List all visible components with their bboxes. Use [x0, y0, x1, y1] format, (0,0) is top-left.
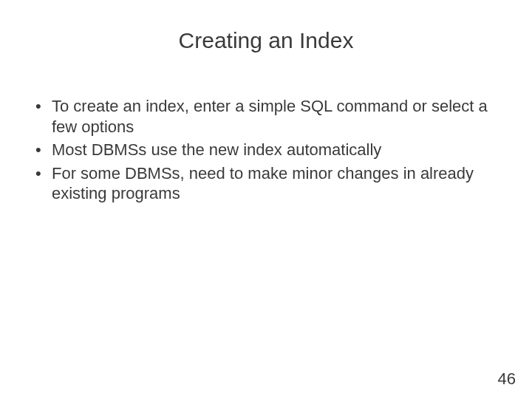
list-item: To create an index, enter a simple SQL c…: [28, 96, 502, 137]
bullet-list: To create an index, enter a simple SQL c…: [28, 96, 502, 204]
list-item: For some DBMSs, need to make minor chang…: [28, 163, 502, 204]
slide: Creating an Index To create an index, en…: [0, 0, 532, 399]
list-item: Most DBMSs use the new index automatical…: [28, 140, 502, 160]
page-number: 46: [498, 369, 516, 389]
slide-body: To create an index, enter a simple SQL c…: [28, 96, 502, 207]
slide-title: Creating an Index: [0, 28, 532, 53]
